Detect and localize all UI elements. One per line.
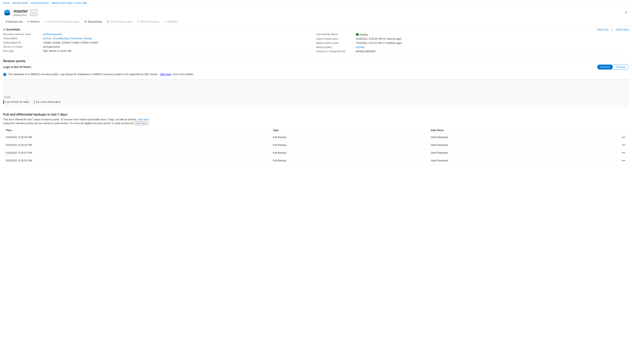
cell-type-0: Full Backup	[270, 133, 428, 141]
delete-backup-button[interactable]: 🗑 Delete backup data	[105, 19, 135, 24]
toggle-24h-button[interactable]: 24 hours	[597, 65, 613, 69]
header-more-button[interactable]: ...	[30, 9, 37, 16]
cell-type-3: Full Backup	[270, 156, 428, 164]
essentials-grid: Recovery services vault : archiveccyvaul…	[3, 33, 629, 55]
latest-label: Latest restore point	[316, 37, 352, 40]
row-more-button-0[interactable]: •••	[621, 135, 626, 140]
table-header-row: Time ↑↓ Type Data Store	[3, 127, 629, 134]
breadcrumb-backup-items[interactable]: Backup Items (SQL in Azure VM)	[52, 2, 87, 4]
server-value: archsqlccyvm2	[43, 45, 60, 48]
essentials-toggle[interactable]: ∧ Essentials	[3, 28, 20, 31]
status-text: Healthy	[359, 33, 368, 36]
itemtype-value: SQL Server in Azure VM	[43, 50, 71, 52]
oldest-value: 7/25/2021, 8:31:51 PM (7 month(s) ago)	[356, 42, 402, 44]
vault-link[interactable]: archiveccyvault1	[43, 33, 62, 36]
full-backups-section: Full and differential backups in last 7 …	[3, 110, 629, 164]
subid-label: Subscription ID	[3, 41, 39, 44]
log-legend: LOG (POINT IN TIME) NO LOGS AVAILABLE	[3, 98, 61, 106]
json-view-link[interactable]: JSON View	[616, 28, 629, 31]
breadcrumb-sep-1: ›	[11, 2, 11, 4]
cell-datastore-2: Vault-Standard	[428, 149, 617, 156]
backups-desc2-prefix: Long term retention points can be moved …	[3, 122, 134, 125]
essentials-instance-row: Instance or AlwaysOn AG : MSSQLSERVER	[316, 50, 629, 53]
status-value: Healthy	[356, 33, 368, 36]
resume-backup-button[interactable]: ↺ Resume backup	[135, 19, 161, 24]
log-legend-label-1: LOG (POINT IN TIME)	[5, 101, 29, 103]
vault-label: Recovery services vault	[3, 33, 39, 36]
breadcrumb-home[interactable]: Home	[3, 2, 10, 4]
cell-datastore-1: Vault-Standard	[428, 141, 617, 149]
logs-header: Logs in last 24 hours 24 hours 72 hours	[3, 64, 629, 70]
cell-actions-1: •••	[617, 141, 629, 149]
info-link[interactable]: Click here	[160, 73, 172, 76]
close-button[interactable]: ×	[623, 10, 629, 16]
vault-value: archiveccyvault1	[43, 33, 62, 36]
main-content: ∧ Essentials View Cost | JSON View Recov…	[0, 26, 632, 164]
oldest-label: Oldest restore point	[316, 42, 352, 44]
full-backups-title: Full and differential backups in last 7 …	[3, 110, 629, 118]
col-type: Type	[270, 127, 428, 134]
server-label: Server or Cluster	[3, 45, 39, 48]
essentials-divider	[3, 56, 629, 56]
cell-actions-2: •••	[617, 149, 629, 156]
subscription-link[interactable]: AzureBackup_Functional_Testing	[53, 37, 92, 40]
page-subtitle: Backup Item	[14, 14, 28, 16]
table-header: Time ↑↓ Type Data Store	[3, 127, 629, 134]
essentials-itemtype-row: Item type : SQL Server in Azure VM	[3, 50, 316, 52]
essentials-oldest-row: Oldest restore point : 7/25/2021, 8:31:5…	[316, 42, 629, 44]
breadcrumb-backup-center[interactable]: Backup center	[13, 2, 28, 4]
info-suffix: from more details.	[173, 73, 194, 76]
table-row: 3/14/2022, 8:32:57 PM Full Backup Vault-…	[3, 149, 629, 156]
restore-points-title: Restore points	[3, 57, 629, 64]
backups-desc2: Long term retention points can be moved …	[3, 122, 629, 125]
essentials-right-col: Last backup status : Healthy Latest rest…	[316, 33, 629, 53]
breadcrumb-vault[interactable]: archiveccyvault1	[31, 2, 49, 4]
policy-link[interactable]: sql7day	[356, 46, 365, 48]
instance-value: MSSQLSERVER	[356, 50, 376, 53]
sort-icon-time[interactable]: ↑↓	[13, 130, 15, 131]
col-actions	[617, 127, 629, 134]
log-color-gray	[34, 100, 35, 104]
log-legend-label-2: NO LOGS AVAILABLE	[36, 101, 61, 103]
database-icon	[3, 8, 11, 16]
row-more-button-1[interactable]: •••	[621, 143, 626, 147]
info-text: This database is in SIMPLE recovery mode…	[8, 73, 158, 76]
restore-label: Restore	[31, 20, 40, 23]
cell-time-1: 3/15/2022, 8:33:02 PM	[3, 141, 270, 149]
essentials-subid-row: Subscription ID : 123abc-123abc-123abc-1…	[3, 41, 316, 44]
logs-title: Logs in last 24 hours	[3, 65, 31, 68]
undelete-button[interactable]: ↩ Undelete	[162, 19, 179, 24]
row-more-button-3[interactable]: •••	[621, 158, 626, 163]
view-cost-link[interactable]: View Cost	[597, 28, 608, 31]
status-label: Last backup status	[316, 33, 352, 36]
table-row: 3/15/2022, 8:33:02 PM Full Backup Vault-…	[3, 141, 629, 149]
table-row: 3/13/2022, 8:32:02 PM Full Backup Vault-…	[3, 156, 629, 164]
cell-time-2: 3/14/2022, 8:32:57 PM	[3, 149, 270, 156]
log-color-green	[3, 100, 4, 104]
undelete-icon: ↩	[164, 20, 166, 23]
row-more-button-2[interactable]: •••	[621, 150, 626, 155]
stop-backup-button[interactable]: ⊘ Stop backup	[82, 19, 104, 24]
stop-backup-label: Stop backup	[88, 20, 102, 23]
backup-now-icon: ↺	[5, 20, 8, 23]
backups-desc2-link[interactable]: click here.	[135, 121, 148, 125]
page-header: master Backup Item ... ×	[0, 6, 632, 18]
header-text: master Backup Item	[14, 8, 28, 16]
cell-actions-3: •••	[617, 156, 629, 164]
table-row: 3/16/2022, 8:32:02 PM Full Backup Vault-…	[3, 133, 629, 141]
restore-secondary-button[interactable]: ↩ Restore to secondary region	[42, 19, 82, 24]
toggle-72h-button[interactable]: 72 hours	[613, 65, 628, 69]
essentials-subscription-row: Subscription : (move) : AzureBackup_Func…	[3, 37, 316, 40]
essentials-status-row: Last backup status : Healthy	[316, 33, 629, 36]
col-time: Time ↑↓	[3, 127, 270, 134]
restore-button[interactable]: ↩ Restore	[25, 19, 42, 24]
essentials-server-row: Server or Cluster : archsqlccyvm2	[3, 45, 316, 48]
backup-now-button[interactable]: ↺ Backup now	[3, 19, 25, 24]
log-legend-item-1: LOG (POINT IN TIME)	[3, 100, 29, 104]
breadcrumb: Home › Backup center › archiveccyvault1 …	[0, 0, 632, 6]
timeline-area: 30 AM LOG (POINT IN TIME) NO LOGS AVAILA…	[3, 79, 629, 107]
move-link[interactable]: move	[44, 37, 50, 40]
delete-backup-label: Delete backup data	[110, 20, 133, 23]
backups-desc1-link[interactable]: click here.	[138, 118, 150, 121]
backups-desc1-prefix: This list is filtered for last 7 days of…	[3, 118, 137, 121]
